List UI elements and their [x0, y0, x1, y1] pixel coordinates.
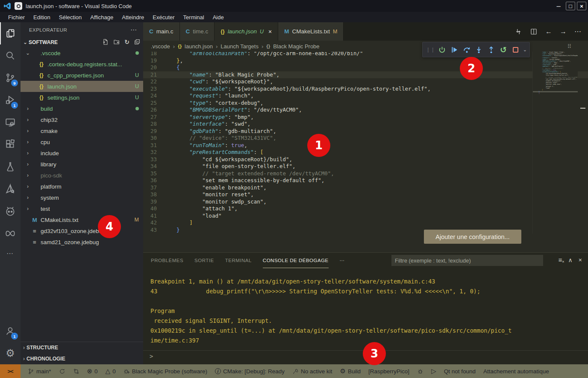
status-qt-not-found[interactable]: Qt not found — [441, 364, 479, 378]
add-configuration-button[interactable]: Ajouter une configuration... — [424, 230, 521, 244]
status-black-magic-probe-software[interactable]: Black Magic Probe (software) — [121, 364, 210, 378]
more-actions-icon[interactable]: ⋯ — [574, 27, 581, 35]
tree-item-system[interactable]: ›system — [21, 192, 143, 203]
maximize-button[interactable]: □ — [566, 2, 575, 10]
disconnect-icon[interactable] — [438, 44, 447, 55]
code-line-19[interactable]: 19 }, — [143, 57, 588, 65]
menu-atteindre[interactable]: Atteindre — [118, 13, 148, 21]
code-line-28[interactable]: 28 "interface": "swd", — [143, 121, 588, 128]
activity-search-icon[interactable] — [0, 44, 21, 67]
activity-account-icon[interactable]: 1 — [0, 320, 21, 342]
status-compare[interactable] — [70, 364, 82, 378]
tree-item-cpu[interactable]: ›cpu — [21, 136, 143, 148]
code-editor[interactable]: 16 "interface": "swd",17 "runToMain": tr… — [143, 41, 588, 234]
activity-source-control-icon[interactable]: 9 — [0, 67, 21, 89]
panel-more-icon[interactable]: ⋯ — [340, 253, 345, 268]
continue-icon[interactable] — [450, 44, 459, 55]
code-line-29[interactable]: 29 "gdbPath": "gdb-multiarch", — [143, 128, 588, 135]
menu-terminal[interactable]: Terminal — [179, 13, 208, 21]
menu-edition[interactable]: Edition — [29, 13, 54, 21]
code-line-36[interactable]: 36 "set mem inaccessible-by-default off"… — [143, 177, 588, 184]
code-line-25[interactable]: 25 "type": "cortex-debug", — [143, 100, 588, 107]
debug-filter-input[interactable]: Filtre (exemple : text, !exclude) — [391, 255, 543, 266]
tree-item-launch-json[interactable]: {}launch.jsonU — [21, 81, 143, 92]
tree-item--cortex-debug-registers-stat-[interactable]: {}.cortex-debug.registers.stat... — [21, 59, 143, 70]
tree-item-include[interactable]: ›include — [21, 148, 143, 159]
breadcrumb-item[interactable]: .vscode — [151, 43, 170, 50]
new-folder-icon[interactable] — [113, 38, 120, 47]
panel-tab-proble-mes[interactable]: PROBLÈMES — [151, 253, 183, 268]
status-sync[interactable] — [56, 364, 68, 378]
code-line-42[interactable]: 42 ] — [143, 219, 588, 227]
tab-time-c[interactable]: Ctime.c — [180, 22, 215, 41]
code-line-21[interactable]: 21 "name": "Black Magic Probe", — [143, 71, 588, 79]
activity-extensions-icon[interactable] — [0, 133, 21, 156]
tree-item-library[interactable]: ›library — [21, 159, 143, 170]
activity-platformio-icon[interactable] — [0, 200, 21, 222]
status-cmake-debug-ready[interactable]: iCMake: [Debug]: Ready — [212, 364, 288, 378]
status-bug[interactable] — [414, 364, 426, 378]
panel-tab-terminal[interactable]: TERMINAL — [225, 253, 252, 268]
scrollbar[interactable] — [578, 41, 588, 234]
step-out-icon[interactable] — [486, 44, 496, 55]
navigate-back-icon[interactable]: ← — [545, 28, 552, 35]
stop-icon[interactable] — [511, 44, 520, 55]
tree-item-chip32[interactable]: ›chip32 — [21, 114, 143, 125]
minimize-button[interactable]: ─ — [553, 1, 564, 11]
activity-explorer-icon[interactable] — [0, 22, 21, 44]
sidebar-more-icon[interactable]: ⋯ — [130, 26, 137, 34]
open-changes-icon[interactable] — [514, 28, 522, 35]
navigate-forward-icon[interactable]: → — [560, 28, 567, 35]
code-line-26[interactable]: 26 "BMPGDBSerialPort": "/dev/ttyACM0", — [143, 106, 588, 114]
status-main[interactable]: main* — [25, 364, 54, 378]
section-chronologie[interactable]: ›CHRONOLOGIE — [21, 353, 143, 364]
code-line-37[interactable]: 37 "enable breakpoint", — [143, 184, 588, 192]
tab-cmakelists-txt[interactable]: MCMakeLists.txtM — [278, 22, 344, 41]
activity-settings-gear-icon[interactable]: ⚙ — [0, 342, 21, 364]
menu-affichage[interactable]: Affichage — [86, 13, 117, 21]
code-line-31[interactable]: 31 "runToMain": true, — [143, 142, 588, 149]
status-build[interactable]: ⚙Build — [337, 364, 364, 378]
breadcrumb-item[interactable]: launch.json — [185, 43, 213, 50]
tree-item-gd32vf103-ozone-jdebug[interactable]: ≡gd32vf103_ozone.jdebug — [21, 225, 143, 236]
panel-tab-console-de-de-bogage[interactable]: CONSOLE DE DÉBOGAGE — [263, 253, 329, 268]
new-file-icon[interactable] — [102, 38, 109, 47]
menu-aide[interactable]: Aide — [209, 13, 228, 21]
restart-icon[interactable]: ↺ — [499, 44, 509, 55]
code-line-20[interactable]: 20 { — [143, 64, 588, 71]
tree-item-samd21-ozone-jdebug[interactable]: ≡samd21_ozone.jdebug — [21, 236, 143, 248]
clear-console-icon[interactable]: ≡× — [559, 256, 562, 263]
collapse-all-icon[interactable] — [134, 38, 141, 47]
panel-tab-sortie[interactable]: SORTIE — [194, 253, 214, 268]
step-into-icon[interactable] — [474, 44, 484, 55]
remote-indicator[interactable]: >< — [0, 364, 21, 378]
menu-fichier[interactable]: Fichier — [4, 13, 29, 21]
tree-item-cmake[interactable]: ›cmake — [21, 125, 143, 136]
code-line-22[interactable]: 22 "cwd": "${workspaceRoot}", — [143, 78, 588, 86]
tree-item-test[interactable]: ›test — [21, 203, 143, 214]
tree-item-c-cpp-properties-json[interactable]: {}c_cpp_properties.jsonU — [21, 70, 143, 81]
tree-item--vscode[interactable]: ⌄.vscode — [21, 47, 143, 59]
code-line-35[interactable]: 35 // "target extended-remote /dev/ttyAC… — [143, 170, 588, 177]
toolbar-grip-icon[interactable]: ⋮⋮ — [425, 44, 435, 55]
code-line-38[interactable]: 38 "monitor reset", — [143, 191, 588, 198]
step-over-icon[interactable] — [462, 44, 472, 55]
menu-selection[interactable]: Sélection — [55, 13, 85, 21]
toolbar-chevron-icon[interactable]: ⌄ — [523, 47, 527, 53]
status-attachement-automatique[interactable]: Attachement automatique — [480, 364, 552, 378]
activity-run-debug-icon[interactable]: 1 — [0, 89, 21, 111]
section-structure[interactable]: ›STRUCTURE — [21, 342, 143, 353]
code-line-30[interactable]: 30 // "device": "STM32L431VC", — [143, 135, 588, 142]
activity-cmake-tools-icon[interactable] — [0, 178, 21, 200]
code-line-39[interactable]: 39 "monitor swdp_scan", — [143, 198, 588, 206]
status-no-active-kit[interactable]: No active kit — [289, 364, 335, 378]
split-editor-icon[interactable] — [530, 28, 538, 35]
breadcrumb-item[interactable]: Launch Targets — [220, 43, 259, 50]
activity-infinity-ext-icon[interactable] — [0, 222, 21, 245]
code-line-24[interactable]: 24 "request": "launch", — [143, 92, 588, 100]
code-line-34[interactable]: 34 "file open-story-teller.elf", — [143, 163, 588, 170]
tree-item-platform[interactable]: ›platform — [21, 181, 143, 192]
tree-item-build[interactable]: ›build — [21, 103, 143, 114]
breadcrumb-item[interactable]: Black Magic Probe — [273, 43, 319, 50]
minimap[interactable]: "interface": "swd", "runToMain": true, "… — [532, 41, 578, 234]
